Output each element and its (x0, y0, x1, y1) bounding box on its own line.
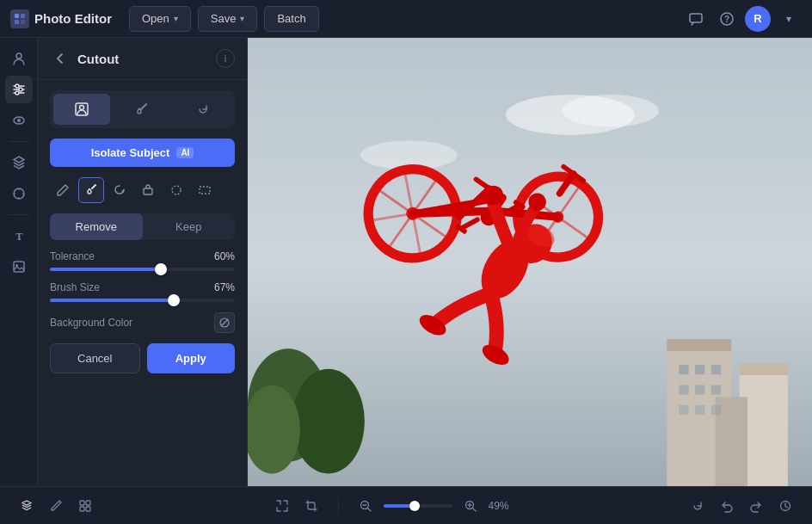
tolerance-slider-row: Tolerance 60% (50, 250, 235, 271)
brush-size-label-row: Brush Size 67% (50, 281, 235, 293)
crop-button[interactable] (298, 493, 324, 519)
layers-bottom-button[interactable] (14, 493, 40, 519)
brush-size-thumb[interactable] (168, 294, 180, 306)
pencil-tool[interactable] (50, 177, 76, 203)
redo-button[interactable] (743, 493, 769, 519)
topbar-icons: ? R ▾ (683, 6, 802, 32)
svg-rect-39 (695, 405, 704, 415)
refresh-tab[interactable] (175, 94, 231, 125)
rect-selection-tool[interactable] (192, 177, 218, 203)
edit-bottom-button[interactable] (43, 493, 69, 519)
circle-selection-tool[interactable] (163, 177, 189, 203)
zoom-out-button[interactable] (353, 493, 378, 519)
grid-bottom-button[interactable] (72, 493, 98, 519)
brush-size-slider-row: Brush Size 67% (50, 281, 235, 302)
remove-button[interactable]: Remove (50, 213, 143, 240)
bg-color-label: Background Color (50, 317, 132, 329)
zoom-thumb[interactable] (409, 501, 420, 511)
text-tool-button[interactable]: T (5, 222, 33, 250)
zoom-value: 49% (489, 500, 514, 512)
keep-button[interactable]: Keep (143, 213, 236, 240)
brush-size-label: Brush Size (50, 281, 100, 293)
svg-rect-40 (711, 405, 721, 415)
svg-point-20 (172, 186, 181, 194)
cutout-tab-person[interactable] (53, 94, 110, 125)
open-button[interactable]: Open ▾ (129, 6, 191, 32)
zoom-slider[interactable] (384, 504, 452, 508)
app-logo: Photo Editor (10, 9, 112, 28)
svg-point-12 (17, 119, 21, 122)
svg-rect-28 (667, 339, 731, 351)
toolbar-separator-1 (9, 141, 29, 142)
bg-color-swatch[interactable] (214, 312, 235, 333)
people-tool-button[interactable] (5, 45, 33, 72)
tolerance-track[interactable] (50, 268, 235, 271)
svg-rect-76 (80, 507, 84, 511)
svg-rect-75 (86, 501, 90, 505)
help-icon-button[interactable]: ? (714, 6, 740, 32)
svg-point-8 (15, 84, 19, 88)
brush-tool[interactable] (78, 177, 104, 203)
info-button[interactable]: i (216, 49, 235, 68)
svg-rect-15 (14, 262, 24, 272)
lasso-tool[interactable] (107, 177, 132, 203)
svg-rect-33 (695, 365, 704, 374)
cutout-tab-brush[interactable] (114, 94, 170, 125)
isolate-subject-button[interactable]: Isolate Subject AI (50, 139, 235, 167)
view-tools-group (269, 493, 324, 519)
svg-point-10 (15, 91, 19, 95)
tolerance-label-row: Tolerance 60% (50, 250, 235, 262)
undo-button[interactable] (714, 493, 740, 519)
more-options-button[interactable]: ▾ (776, 6, 802, 32)
svg-rect-38 (679, 405, 688, 415)
batch-button[interactable]: Batch (264, 6, 318, 32)
panel-content: Isolate Subject AI (38, 80, 247, 384)
brush-size-fill (50, 299, 174, 302)
toolbar-separator-2 (9, 214, 29, 215)
effects-tool-button[interactable] (5, 180, 33, 207)
eye-tool-button[interactable] (5, 107, 33, 134)
bottom-separator (338, 497, 339, 515)
export-tool-button[interactable] (5, 253, 33, 280)
tolerance-label: Tolerance (50, 250, 95, 262)
left-toolbar: T (0, 38, 38, 486)
history-button[interactable] (772, 493, 798, 519)
layers-tool-button[interactable] (5, 149, 33, 176)
svg-rect-36 (695, 385, 704, 394)
back-button[interactable] (50, 48, 71, 69)
apply-button[interactable]: Apply (147, 343, 236, 373)
selection-tool[interactable] (135, 177, 161, 203)
svg-rect-3 (21, 20, 25, 24)
refresh-button[interactable] (685, 493, 710, 519)
cancel-button[interactable]: Cancel (50, 343, 140, 373)
remove-keep-toggle: Remove Keep (50, 213, 235, 240)
svg-point-9 (19, 88, 22, 91)
svg-rect-77 (86, 507, 90, 511)
panel-header: Cutout i (38, 38, 247, 80)
tolerance-value: 60% (214, 250, 235, 262)
tool-tabs (50, 90, 235, 128)
svg-text:?: ? (724, 15, 729, 24)
main-area: T Cutout i (0, 38, 812, 486)
svg-rect-1 (21, 14, 25, 18)
svg-rect-35 (679, 385, 688, 394)
svg-rect-21 (200, 187, 210, 194)
chat-icon-button[interactable] (683, 6, 709, 32)
tolerance-thumb[interactable] (155, 263, 167, 275)
user-avatar[interactable]: R (745, 6, 771, 32)
save-chevron: ▾ (240, 14, 244, 23)
svg-rect-34 (711, 365, 721, 374)
adjustments-tool-button[interactable] (5, 76, 33, 103)
zoom-in-button[interactable] (458, 493, 483, 519)
svg-point-18 (80, 106, 84, 110)
fit-view-button[interactable] (269, 493, 295, 519)
brush-size-track[interactable] (50, 299, 235, 302)
svg-point-16 (15, 264, 18, 267)
brush-size-value: 67% (214, 281, 235, 293)
svg-point-42 (292, 369, 365, 474)
svg-rect-0 (15, 14, 19, 18)
ai-badge: AI (176, 147, 194, 158)
brush-tools (50, 177, 235, 203)
save-button[interactable]: Save ▾ (198, 6, 258, 32)
canvas-area (248, 38, 812, 486)
